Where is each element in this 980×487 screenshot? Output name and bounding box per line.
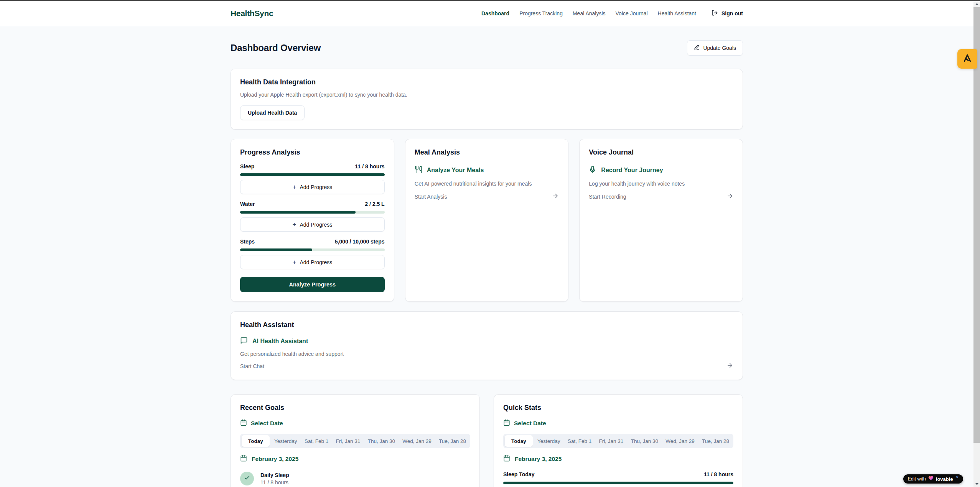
plus-icon: + [292,259,296,265]
tab-tue-jan-28[interactable]: Tue, Jan 28 [699,438,732,444]
metric-water: Water 2 / 2.5 L + Add Progress [240,201,385,232]
pill-prefix: Edit with [908,476,926,482]
integration-title: Health Data Integration [240,78,733,86]
microphone-icon [589,166,596,175]
start-analysis-action[interactable]: Start Analysis [415,192,559,201]
meal-analysis-card: Meal Analysis Analyze Your Meals Get AI-… [405,139,569,302]
start-recording-action[interactable]: Start Recording [589,192,733,201]
add-progress-water-button[interactable]: + Add Progress [240,217,385,232]
tab-today[interactable]: Today [242,435,270,447]
start-recording-label: Start Recording [589,194,626,200]
lovable-logo-icon [962,53,972,65]
page-title: Dashboard Overview [231,43,321,53]
assistant-description: Get personalized health advice and suppo… [240,351,733,357]
steps-progress-bar [240,248,385,251]
upload-health-data-button[interactable]: Upload Health Data [240,105,305,120]
check-icon [244,475,250,482]
arrow-right-icon [552,192,559,201]
assistant-card-title: Health Assistant [240,321,733,329]
recent-goals-select-date[interactable]: Select Date [240,419,470,428]
nav-voice-journal[interactable]: Voice Journal [616,10,648,16]
ai-health-assistant-link[interactable]: AI Health Assistant [240,337,733,346]
plus-icon: + [292,184,296,190]
vertical-scrollbar[interactable] [973,1,980,487]
window-top-strip [0,0,980,1]
recent-goals-date-tabs: Today Yesterday Sat, Feb 1 Fri, Jan 31 T… [240,434,470,448]
tab-thu-jan-30[interactable]: Thu, Jan 30 [628,438,661,444]
recent-goals-card: Recent Goals Select Date Today Yesterday… [231,394,480,487]
metric-label: Steps [240,239,255,245]
sign-out-label: Sign out [721,10,743,16]
goal-value: 11 / 8 hours [260,479,289,485]
nav-health-assistant[interactable]: Health Assistant [658,10,696,16]
scrollbar-thumb[interactable] [973,7,980,443]
metric-value: 5,000 / 10,000 steps [335,239,385,245]
scrollbar-down-arrow[interactable] [973,481,980,487]
heart-icon [928,475,934,482]
calendar-icon [240,419,247,428]
lovable-dev-badge[interactable] [957,49,977,69]
meal-description: Get AI-powered nutritional insights for … [415,181,559,187]
metric-value: 2 / 2.5 L [365,201,384,207]
add-progress-sleep-button[interactable]: + Add Progress [240,180,385,194]
metric-label: Water [240,201,255,207]
arrow-right-icon [726,362,733,370]
selected-date-label: February 3, 2025 [252,456,298,462]
plus-icon: + [292,221,296,228]
nav-progress-tracking[interactable]: Progress Tracking [519,10,563,16]
analyze-progress-button[interactable]: Analyze Progress [240,277,385,292]
analyze-your-meals-link[interactable]: Analyze Your Meals [415,166,559,175]
metric-value: 11 / 8 hours [355,163,385,169]
tab-fri-jan-31[interactable]: Fri, Jan 31 [333,438,363,444]
quick-stats-select-date[interactable]: Select Date [503,419,733,428]
page: HealthSync Dashboard Progress Tracking M… [0,1,973,487]
tab-sat-feb-1[interactable]: Sat, Feb 1 [565,438,594,444]
tab-thu-jan-30[interactable]: Thu, Jan 30 [365,438,398,444]
edit-with-lovable-pill[interactable]: Edit with lovable × [903,474,963,484]
sleep-today-progress-bar [503,482,733,484]
nav-dashboard[interactable]: Dashboard [481,10,509,16]
stat-value: 11 / 8 hours [704,471,733,477]
sign-out-button[interactable]: Sign out [712,10,743,17]
record-your-journey-link[interactable]: Record Your Journey [589,166,733,175]
record-your-journey-label: Record Your Journey [601,167,663,174]
tab-wed-jan-29[interactable]: Wed, Jan 29 [400,438,434,444]
pencil-icon [694,44,700,51]
quick-stats-card: Quick Stats Select Date Today Yesterday … [494,394,743,487]
health-data-integration-card: Health Data Integration Upload your Appl… [231,69,743,130]
calendar-icon [240,455,247,463]
tab-wed-jan-29[interactable]: Wed, Jan 29 [663,438,697,444]
update-goals-label: Update Goals [703,45,736,51]
pill-close-icon[interactable]: × [956,475,959,479]
brand-logo[interactable]: HealthSync [231,9,273,18]
header: HealthSync Dashboard Progress Tracking M… [0,1,973,26]
goal-name: Daily Sleep [260,472,289,478]
nav-meal-analysis[interactable]: Meal Analysis [573,10,606,16]
voice-journal-card: Voice Journal Record Your Journey Log yo… [579,139,743,302]
analyze-your-meals-label: Analyze Your Meals [427,167,484,174]
tab-yesterday[interactable]: Yesterday [272,438,300,444]
quick-stats-selected-date: February 3, 2025 [503,455,733,463]
quick-stats-title: Quick Stats [503,404,733,412]
start-analysis-label: Start Analysis [415,194,447,200]
water-progress-bar [240,211,385,214]
meal-card-title: Meal Analysis [415,148,559,156]
goal-item-daily-sleep: Daily Sleep 11 / 8 hours [240,472,470,485]
tab-sat-feb-1[interactable]: Sat, Feb 1 [302,438,331,444]
update-goals-button[interactable]: Update Goals [687,40,743,56]
arrow-right-icon [726,192,733,201]
stat-label: Sleep Today [503,471,534,477]
scrollbar-up-arrow[interactable] [973,1,980,7]
start-chat-action[interactable]: Start Chat [240,362,733,370]
start-chat-label: Start Chat [240,363,264,369]
main-nav: Dashboard Progress Tracking Meal Analysi… [481,10,743,17]
select-date-label: Select Date [251,420,283,427]
message-square-icon [240,337,248,346]
add-progress-steps-button[interactable]: + Add Progress [240,255,385,269]
tab-today[interactable]: Today [505,435,533,447]
utensils-icon [415,166,422,175]
tab-yesterday[interactable]: Yesterday [535,438,563,444]
tab-fri-jan-31[interactable]: Fri, Jan 31 [596,438,626,444]
tab-tue-jan-28[interactable]: Tue, Jan 28 [436,438,469,444]
progress-analysis-card: Progress Analysis Sleep 11 / 8 hours + A… [231,139,394,302]
